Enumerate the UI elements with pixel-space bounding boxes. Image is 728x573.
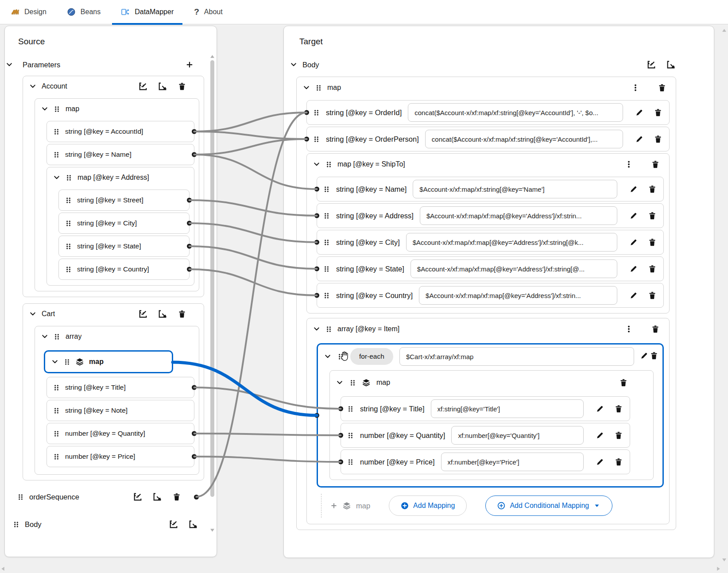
source-node-city[interactable]: string [@key = City] (58, 213, 190, 234)
grip-icon[interactable] (313, 136, 320, 143)
connection-dot[interactable] (314, 240, 319, 245)
page-scroll-up-icon[interactable] (721, 27, 727, 33)
trash-icon[interactable] (658, 84, 666, 92)
connection-dot[interactable] (314, 413, 319, 418)
target-node-item-map[interactable]: map string [@key = Title] (329, 370, 654, 480)
expression-input[interactable]: $Account-x/xf:map/xf:string[@key='Name'] (413, 180, 617, 198)
chevron-down-icon[interactable] (313, 325, 320, 333)
trash-icon[interactable] (651, 160, 659, 168)
grip-icon[interactable] (65, 243, 72, 250)
import-icon[interactable] (170, 520, 178, 528)
chevron-down-icon[interactable] (41, 333, 48, 340)
expression-input[interactable]: $Account-x/xf:map/xf:map[@key='Address']… (406, 233, 617, 252)
trash-icon[interactable] (178, 310, 186, 318)
connection-dot[interactable] (314, 293, 319, 298)
edit-pencil-icon[interactable] (596, 458, 604, 466)
source-node-cart-map-selected[interactable]: map (44, 350, 173, 373)
add-parameter-icon[interactable] (186, 61, 194, 69)
page-scroll-left-icon[interactable] (0, 566, 6, 572)
grip-icon[interactable] (347, 406, 354, 412)
target-node-shipto[interactable]: map [@key = ShipTo] string [@key = Name]… (306, 153, 670, 314)
chevron-down-icon[interactable] (51, 358, 58, 365)
import-icon[interactable] (139, 310, 147, 318)
grip-icon[interactable] (347, 459, 354, 465)
chevron-down-icon[interactable] (53, 174, 60, 181)
kebab-menu-icon[interactable] (631, 84, 639, 92)
edit-pencil-icon[interactable] (630, 291, 638, 299)
source-node-price[interactable]: number [@key = Price] (46, 446, 194, 467)
grip-icon[interactable] (65, 266, 72, 273)
edit-pencil-icon[interactable] (596, 405, 604, 413)
chevron-down-icon[interactable] (336, 379, 343, 386)
source-node-account-map[interactable]: map string [@key = AccountId] (35, 98, 199, 291)
edit-pencil-icon[interactable] (630, 265, 638, 273)
import-icon[interactable] (139, 82, 147, 90)
source-node-street[interactable]: string [@key = Street] (58, 190, 190, 211)
chevron-down-icon[interactable] (290, 61, 297, 68)
connection-dot[interactable] (194, 495, 199, 499)
grip-icon[interactable] (53, 128, 60, 135)
expression-input[interactable]: $Cart-x/xf:array/xf:map (399, 347, 634, 366)
edit-pencil-icon[interactable] (596, 431, 604, 439)
source-node-note[interactable]: string [@key = Note] (46, 400, 194, 421)
expression-input[interactable]: $Account-x/xf:map/xf:map[@key='Address']… (420, 206, 617, 225)
target-node-order-person[interactable]: string [@key = OrderPerson] concat($Acco… (306, 127, 670, 151)
target-node-body[interactable]: Body (284, 55, 675, 74)
import-icon[interactable] (134, 493, 142, 501)
target-node-item-price[interactable]: number [@key = Price] xf:number[@key='Pr… (341, 449, 630, 474)
grip-icon[interactable] (347, 432, 354, 439)
target-node-ship-state[interactable]: string [@key = State] $Account-x/xf:map/… (317, 256, 664, 281)
connection-dot[interactable] (192, 152, 197, 157)
trash-icon[interactable] (651, 325, 659, 333)
target-node-ship-name[interactable]: string [@key = Name] $Account-x/xf:map/x… (317, 177, 664, 201)
expression-input[interactable]: concat($Account-x/xf:map/xf:string[@key=… (408, 103, 623, 122)
chevron-down-icon[interactable] (324, 353, 331, 360)
connection-dot[interactable] (192, 385, 197, 390)
connection-dot[interactable] (192, 454, 197, 459)
grip-icon[interactable] (53, 430, 60, 437)
trash-icon[interactable] (648, 265, 656, 273)
grip-icon[interactable] (323, 239, 330, 246)
trash-icon[interactable] (650, 352, 658, 360)
expression-input[interactable]: xf:string[@key='Title'] (431, 399, 584, 418)
grip-icon[interactable] (54, 333, 60, 340)
target-node-map[interactable]: map string [@key = OrderId] concat($Acco… (296, 77, 676, 530)
tab-beans[interactable]: Beans (67, 0, 101, 24)
trash-icon[interactable] (620, 379, 627, 387)
import-icon[interactable] (647, 61, 655, 69)
chevron-down-icon[interactable] (29, 83, 36, 90)
connection-dot[interactable] (338, 407, 343, 411)
connection-dot[interactable] (187, 198, 192, 203)
source-node-country[interactable]: string [@key = Country] (58, 259, 190, 280)
grip-icon[interactable] (53, 407, 60, 414)
edit-pencil-icon[interactable] (630, 238, 638, 246)
trash-icon[interactable] (654, 108, 662, 116)
source-node-cart[interactable]: Cart array (23, 303, 204, 480)
source-node-name[interactable]: string [@key = Name] (46, 144, 194, 165)
trash-icon[interactable] (654, 135, 662, 143)
grip-icon[interactable] (323, 266, 330, 272)
target-node-item-title[interactable]: string [@key = Title] xf:string[@key='Ti… (341, 396, 630, 421)
connection-dot[interactable] (187, 221, 192, 226)
source-node-address-map[interactable]: map [@key = Address] string [@key = Stre… (46, 167, 194, 286)
target-node-ship-city[interactable]: string [@key = City] $Account-x/xf:map/x… (317, 230, 664, 255)
kebab-menu-icon[interactable] (625, 160, 633, 168)
connection-dot[interactable] (338, 460, 343, 465)
source-node-state[interactable]: string [@key = State] (58, 236, 190, 257)
source-scrollbar-thumb[interactable] (210, 60, 214, 497)
scroll-down-icon[interactable] (209, 527, 215, 533)
trash-icon[interactable] (615, 458, 623, 466)
trash-icon[interactable] (173, 493, 181, 501)
expression-input[interactable]: concat($Account-x/xf:map/xf:string[@key=… (425, 130, 623, 148)
page-scroll-right-icon[interactable] (716, 566, 721, 572)
grip-icon[interactable] (53, 384, 60, 391)
chevron-down-icon[interactable] (41, 105, 48, 112)
grip-icon[interactable] (64, 359, 70, 365)
connection-dot[interactable] (338, 433, 343, 438)
connection-dot[interactable] (314, 187, 319, 192)
target-node-item-array[interactable]: array [@key = Item] for-each (306, 318, 670, 524)
grip-icon[interactable] (323, 186, 330, 193)
grip-icon[interactable] (349, 379, 356, 386)
grip-icon[interactable] (65, 197, 72, 204)
connection-dot[interactable] (192, 431, 197, 436)
